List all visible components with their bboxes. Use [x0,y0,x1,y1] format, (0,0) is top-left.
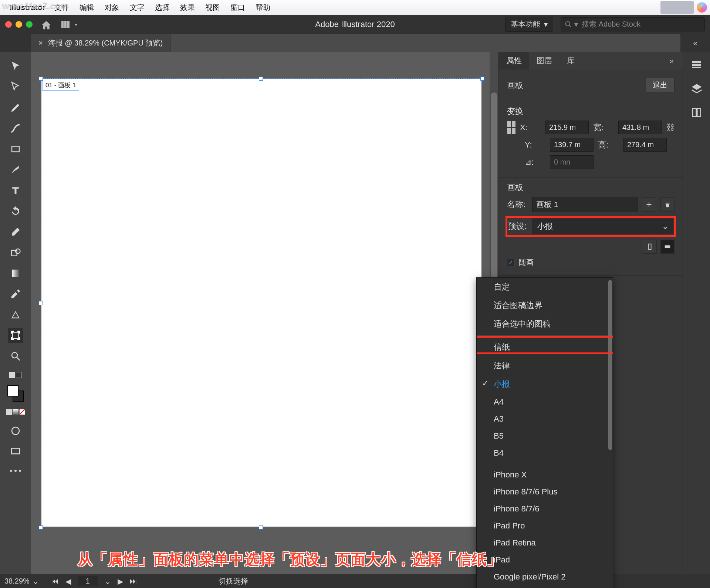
paintbrush-tool[interactable] [8,162,23,178]
artboard-name-input[interactable]: 画板 1 [532,197,638,212]
preset-option[interactable]: ✓小报 [477,375,613,393]
next-icon[interactable]: ▶ [118,577,123,586]
chevron-down-icon[interactable]: ⌄ [105,577,111,586]
expand-panels-icon[interactable]: « [680,34,710,52]
delete-artboard-icon[interactable] [660,197,674,212]
rotate-tool[interactable] [8,203,23,219]
menubar-extra[interactable] [660,1,694,14]
curvature-tool[interactable] [8,121,23,136]
preset-option[interactable]: A4 [477,393,613,410]
preset-dropdown-menu: 自定适合图稿边界适合选中的图稿信纸法律✓小报A4A3B5B4iPhone XiP… [476,277,613,588]
new-artboard-icon[interactable] [642,197,656,212]
window-close-button[interactable] [5,21,12,28]
preset-option[interactable]: Google pixel XL/Pixel 2 XL [477,585,613,588]
artboard[interactable] [41,79,481,527]
artboard-number[interactable]: 1 [78,576,98,586]
siri-icon[interactable] [697,2,707,13]
tab-libraries[interactable]: 库 [559,52,582,70]
eraser-tool[interactable] [8,224,23,240]
menu-file[interactable]: 文件 [54,3,69,13]
menu-view[interactable]: 视图 [205,3,220,13]
arrange-documents-icon[interactable] [61,21,71,28]
preset-option[interactable]: 适合选中的图稿 [477,315,613,333]
last-icon[interactable]: ⏭ [130,577,137,585]
preset-option[interactable]: 适合图稿边界 [477,296,613,315]
preset-option[interactable]: 信纸 [477,338,613,356]
preset-option[interactable]: B4 [477,445,613,462]
orientation-portrait-icon[interactable] [643,240,657,254]
resize-handle[interactable] [39,526,43,530]
preset-option[interactable]: iPhone 8/7/6 [477,500,613,517]
y-input[interactable]: 139.7 m [550,138,594,152]
preset-option[interactable]: Google pixel/Pixel 2 [477,568,613,585]
selection-tool[interactable] [8,58,23,74]
more-tools-icon[interactable] [10,470,21,472]
preset-option[interactable]: 自定 [477,278,613,296]
preset-option[interactable]: iPhone X [477,466,613,483]
stock-search-placeholder: 搜索 Adobe Stock [582,19,640,29]
resize-handle[interactable] [39,301,43,305]
w-input[interactable]: 431.8 m [618,121,662,134]
color-mode-row[interactable] [6,409,25,415]
move-with-artboard-checkbox[interactable] [507,259,514,266]
eyedropper-tool[interactable] [8,286,23,302]
menu-object[interactable]: 对象 [105,3,119,13]
artboard-tool[interactable] [8,328,23,343]
fill-stroke-toggle[interactable] [9,372,22,378]
menu-type[interactable]: 文字 [130,3,145,13]
first-icon[interactable]: ⏮ [51,577,59,585]
prev-icon[interactable]: ◀ [65,577,71,586]
artboard-nav[interactable]: ⏮ ◀ 1 ⌄ ▶ ⏭ [51,576,137,586]
workspace-label: 基本功能 [511,19,540,29]
tab-layers[interactable]: 图层 [529,52,559,70]
reference-point-icon[interactable] [507,121,515,134]
resize-handle[interactable] [259,77,263,81]
app-name[interactable]: Illustrator [10,3,45,12]
resize-handle[interactable] [480,77,484,81]
properties-dock-icon[interactable] [691,58,703,72]
preset-option[interactable]: B5 [477,428,613,445]
document-tab[interactable]: × 海报 @ 38.29% (CMYK/GPU 预览) [31,34,170,52]
preset-option[interactable]: A3 [477,410,613,428]
menu-effect[interactable]: 效果 [180,3,195,13]
chevron-down-icon[interactable]: ▾ [75,21,77,27]
menu-help[interactable]: 帮助 [256,3,270,13]
screen-mode-icon[interactable] [8,444,23,459]
resize-handle[interactable] [259,526,263,530]
fill-stroke-swatch[interactable] [7,385,24,402]
zoom-tool[interactable] [8,348,23,364]
orientation-landscape-icon[interactable] [660,240,674,254]
menu-window[interactable]: 窗口 [230,3,245,13]
stock-search[interactable]: ▾ 搜索 Adobe Stock [561,17,705,31]
preset-option[interactable]: 法律 [477,356,613,375]
exit-button[interactable]: 退出 [646,78,674,93]
zoom-control[interactable]: 38.29% ⌄ [4,577,39,586]
menu-select[interactable]: 选择 [155,3,170,13]
x-input[interactable]: 215.9 m [545,121,589,134]
link-icon[interactable]: ⛓ [666,123,674,132]
canvas[interactable]: 01 - 画板 1 [31,52,498,574]
h-input[interactable]: 279.4 m [623,138,667,152]
resize-handle[interactable] [39,77,43,81]
menu-edit[interactable]: 编辑 [80,3,94,13]
window-minimize-button[interactable] [16,21,22,28]
workspace-switcher[interactable]: 基本功能 ▾ [505,17,553,32]
pen-tool[interactable] [8,100,23,115]
libraries-dock-icon[interactable] [691,107,703,120]
direct-selection-tool[interactable] [8,79,23,95]
type-tool[interactable] [8,183,23,198]
tab-properties[interactable]: 属性 [499,52,529,70]
layers-dock-icon[interactable] [691,82,703,96]
collapse-panel-icon[interactable]: » [660,52,683,70]
home-icon[interactable] [41,20,52,29]
draw-mode-icon[interactable] [8,423,23,439]
preset-option[interactable]: iPhone 8/7/6 Plus [477,483,613,500]
perspective-tool[interactable] [8,307,23,322]
shape-builder-tool[interactable] [8,245,23,260]
preset-option[interactable]: iPad Pro [477,517,613,534]
rectangle-tool[interactable] [8,141,23,157]
window-maximize-button[interactable] [26,21,33,28]
preset-dropdown[interactable]: 小报 ⌄ [532,219,673,234]
close-icon[interactable]: × [38,39,43,47]
gradient-tool[interactable] [8,266,23,281]
